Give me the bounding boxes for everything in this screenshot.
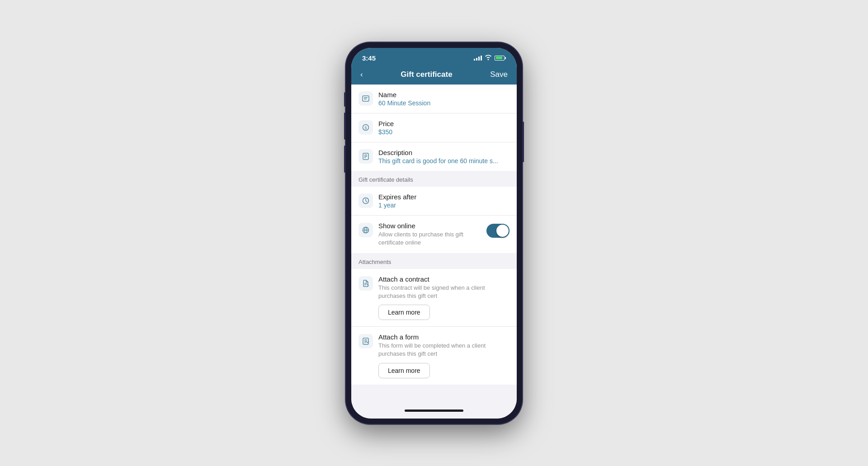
contract-learn-more-button[interactable]: Learn more (378, 305, 430, 320)
status-icons (474, 55, 506, 61)
form-content: Attach a form This form will be complete… (378, 333, 509, 378)
save-button[interactable]: Save (490, 70, 508, 79)
phone-screen: 3:45 (351, 48, 517, 419)
signal-icon (474, 56, 482, 61)
attachments-section-header: Attachments (351, 253, 517, 269)
show-online-row[interactable]: Show online Allow clients to purchase th… (351, 216, 517, 253)
wifi-icon (485, 55, 492, 61)
form-learn-more-button[interactable]: Learn more (378, 363, 430, 378)
toggle-knob (496, 225, 509, 237)
show-online-description: Allow clients to purchase this gift cert… (378, 231, 482, 247)
scroll-content[interactable]: Name 60 Minute Session $ Price $350 (351, 85, 517, 403)
contract-icon (359, 276, 373, 291)
svg-text:$: $ (364, 126, 367, 130)
contract-row[interactable]: Attach a contract This contract will be … (351, 269, 517, 327)
expires-label: Expires after (378, 193, 509, 201)
price-value: $350 (378, 128, 509, 136)
show-online-label: Show online (378, 222, 482, 230)
description-label: Description (378, 149, 509, 156)
name-section: Name 60 Minute Session $ Price $350 (351, 85, 517, 171)
expires-row[interactable]: Expires after 1 year (351, 187, 517, 216)
show-online-icon (359, 223, 373, 237)
price-content: Price $350 (378, 120, 509, 136)
home-bar (405, 410, 463, 412)
expires-icon (359, 193, 373, 208)
details-section-header: Gift certificate details (351, 171, 517, 187)
details-section: Expires after 1 year Show online (351, 187, 517, 253)
name-row[interactable]: Name 60 Minute Session (351, 85, 517, 113)
svg-rect-0 (363, 96, 369, 101)
page-title: Gift certificate (401, 70, 452, 79)
back-button[interactable]: ‹ (360, 70, 363, 79)
form-icon (359, 334, 373, 348)
contract-label: Attach a contract (378, 275, 509, 283)
attachments-section: Attach a contract This contract will be … (351, 269, 517, 385)
bottom-spacer (351, 385, 517, 394)
name-content: Name 60 Minute Session (378, 91, 509, 107)
battery-icon (495, 56, 506, 61)
contract-description: This contract will be signed when a clie… (378, 284, 509, 300)
description-value: This gift card is good for one 60 minute… (378, 157, 509, 165)
show-online-toggle[interactable] (486, 224, 509, 238)
form-row[interactable]: Attach a form This form will be complete… (351, 327, 517, 384)
status-time: 3:45 (362, 54, 376, 62)
volume-up-button (344, 113, 346, 140)
description-icon (359, 149, 373, 164)
price-label: Price (378, 120, 509, 127)
power-button (522, 122, 524, 162)
description-content: Description This gift card is good for o… (378, 149, 509, 165)
name-value: 60 Minute Session (378, 99, 509, 107)
price-icon: $ (359, 120, 373, 135)
volume-silent-button (344, 92, 346, 107)
price-row[interactable]: $ Price $350 (351, 113, 517, 142)
volume-down-button (344, 146, 346, 173)
home-indicator (351, 403, 517, 419)
expires-value: 1 year (378, 202, 509, 209)
form-description: This form will be completed when a clien… (378, 342, 509, 358)
show-online-content: Show online Allow clients to purchase th… (378, 222, 482, 247)
name-icon (359, 91, 373, 106)
name-label: Name (378, 91, 509, 99)
nav-bar: ‹ Gift certificate Save (351, 66, 517, 85)
status-bar: 3:45 (351, 48, 517, 66)
form-label: Attach a form (378, 333, 509, 341)
description-row[interactable]: Description This gift card is good for o… (351, 142, 517, 171)
contract-content: Attach a contract This contract will be … (378, 275, 509, 320)
phone-frame: 3:45 (346, 42, 522, 424)
expires-content: Expires after 1 year (378, 193, 509, 209)
